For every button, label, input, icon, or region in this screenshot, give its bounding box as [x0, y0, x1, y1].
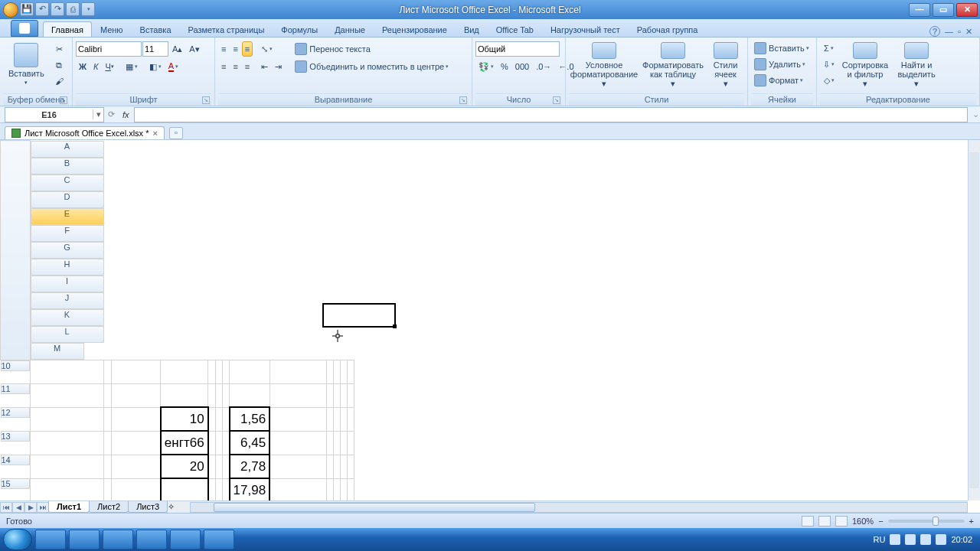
new-workbook-tab[interactable]: ▫ [169, 127, 183, 139]
taskbar-item[interactable] [136, 530, 167, 549]
cell-G14[interactable] [222, 455, 230, 478]
row-header[interactable]: 13 [1, 431, 30, 442]
taskbar-item[interactable] [103, 530, 133, 549]
cell-G11[interactable] [222, 383, 230, 407]
column-header[interactable]: I [31, 276, 104, 292]
format-painter-button[interactable]: 🖌 [52, 73, 67, 89]
formula-input[interactable] [134, 107, 968, 122]
column-header[interactable]: J [31, 292, 104, 309]
decrease-indent[interactable]: ⇤ [258, 59, 271, 74]
cell-M14[interactable] [348, 455, 354, 478]
vertical-scrollbar[interactable] [968, 140, 980, 500]
sheet-nav-first[interactable]: ⏮ [0, 502, 12, 513]
cell-G12[interactable] [222, 407, 230, 431]
cell-D15[interactable] [161, 478, 208, 500]
cell-E10[interactable] [208, 360, 216, 383]
close-workbook[interactable]: ✕ [965, 27, 972, 37]
ribbon-tab-2[interactable]: Вставка [132, 21, 180, 37]
cell-I15[interactable] [270, 478, 326, 500]
align-left[interactable]: ≡ [218, 59, 229, 74]
cell-C12[interactable] [111, 407, 161, 431]
cell-F10[interactable] [215, 360, 222, 383]
accounting-format[interactable]: 💱 [475, 59, 497, 74]
cell-C15[interactable] [111, 478, 161, 500]
autosum-button[interactable]: Σ [820, 41, 838, 56]
sort-filter-button[interactable]: Сортировка и фильтр▾ [840, 39, 890, 91]
cell-H12[interactable]: 1,56 [230, 407, 270, 431]
row-header[interactable]: 12 [1, 407, 30, 418]
align-top[interactable]: ≡ [218, 41, 229, 57]
tray-icon[interactable] [905, 534, 916, 545]
cell-B12[interactable] [104, 407, 112, 431]
new-sheet-button[interactable]: ✧ [168, 502, 175, 512]
name-box[interactable]: E16▾ [5, 107, 104, 122]
cell-K15[interactable] [334, 478, 341, 500]
column-header[interactable]: B [31, 158, 104, 174]
cell-D14[interactable]: 20 [161, 455, 208, 478]
cell-J10[interactable] [326, 360, 334, 383]
borders-button[interactable]: ▦ [122, 59, 141, 74]
cell-D10[interactable] [161, 360, 208, 383]
cell-L12[interactable] [341, 407, 348, 431]
cut-button[interactable]: ✂ [52, 41, 67, 57]
restore-window-icon[interactable]: ▫ [958, 27, 961, 36]
cell-E15[interactable] [208, 478, 216, 500]
row-header[interactable]: 10 [1, 360, 30, 371]
column-header[interactable]: F [31, 225, 104, 242]
cell-G13[interactable] [222, 431, 230, 455]
row-header[interactable]: 15 [1, 478, 30, 489]
find-select-button[interactable]: Найти и выделить▾ [893, 39, 940, 91]
cell-E11[interactable] [208, 383, 216, 407]
cell-C10[interactable] [111, 360, 161, 383]
fill-color-button[interactable]: ◧ [146, 59, 165, 74]
sheet-tab[interactable]: Лист1 [48, 501, 90, 513]
clear-button[interactable]: ◇ [820, 73, 838, 88]
cell-E13[interactable] [208, 431, 216, 455]
number-format-combo[interactable] [475, 41, 560, 57]
format-cells-button[interactable]: Формат [751, 73, 806, 88]
zoom-in[interactable]: + [969, 517, 974, 526]
cell-F12[interactable] [215, 407, 222, 431]
font-color-button[interactable]: A [165, 59, 181, 74]
cell-M11[interactable] [348, 383, 354, 407]
sheet-nav-next[interactable]: ▶ [24, 502, 37, 513]
qa-print[interactable]: ⎙ [66, 2, 80, 16]
ribbon-tab-8[interactable]: Office Tab [488, 21, 542, 37]
cell-M15[interactable] [348, 478, 354, 500]
cell-C11[interactable] [111, 383, 161, 407]
column-header[interactable]: H [31, 259, 104, 276]
cell-A11[interactable] [30, 383, 104, 407]
column-header[interactable]: C [31, 174, 104, 191]
column-header[interactable]: K [31, 309, 104, 326]
column-header[interactable]: E [31, 208, 104, 225]
ribbon-tab-6[interactable]: Рецензирование [374, 21, 456, 37]
comma-format[interactable]: 000 [512, 59, 532, 74]
cell-L10[interactable] [341, 360, 348, 383]
qa-redo[interactable]: ↷ [51, 2, 64, 16]
align-bottom[interactable]: ≡ [242, 41, 253, 57]
language-indicator[interactable]: RU [874, 535, 886, 544]
cell-F15[interactable] [215, 478, 222, 500]
cell-L15[interactable] [341, 478, 348, 500]
cell-E14[interactable] [208, 455, 216, 478]
tray-icon[interactable] [890, 534, 900, 545]
close-button[interactable]: ✕ [956, 3, 978, 17]
column-header[interactable]: G [31, 242, 104, 259]
align-right[interactable]: ≡ [242, 59, 253, 74]
ribbon-tab-1[interactable]: Меню [92, 21, 132, 37]
cell-M13[interactable] [348, 431, 354, 455]
cell-H15[interactable]: 17,98 [230, 478, 270, 500]
ribbon-tab-9[interactable]: Нагрузочный тест [542, 21, 629, 37]
cell-J11[interactable] [326, 383, 334, 407]
fill-button[interactable]: ⇩ [820, 57, 838, 72]
expand-formula-bar[interactable]: ⌄ [971, 109, 980, 119]
cell-G15[interactable] [222, 478, 230, 500]
decrease-font-button[interactable]: A▾ [186, 41, 202, 57]
column-header[interactable]: M [31, 343, 84, 360]
cell-G10[interactable] [222, 360, 230, 383]
workbook-tab[interactable]: Лист Microsoft Office Excel.xlsx * × [5, 126, 165, 139]
cell-E12[interactable] [208, 407, 216, 431]
taskbar-item[interactable] [69, 530, 100, 549]
column-header[interactable]: L [31, 326, 104, 343]
sheet-nav-prev[interactable]: ◀ [12, 502, 24, 513]
